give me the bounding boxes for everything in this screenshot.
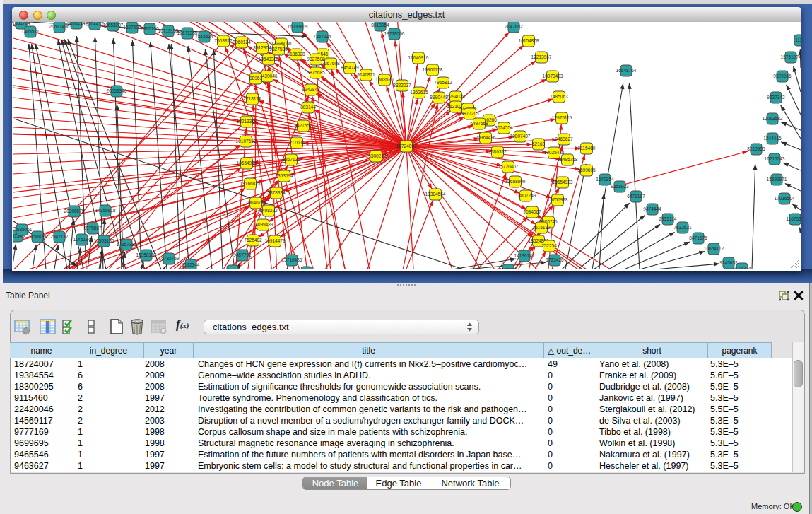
svg-text:1527602: 1527602 — [123, 25, 141, 30]
svg-text:9242848: 9242848 — [302, 87, 320, 92]
svg-text:16495758: 16495758 — [558, 157, 578, 162]
svg-text:12975115: 12975115 — [552, 115, 572, 120]
svg-text:12213967: 12213967 — [531, 54, 552, 59]
svg-text:19654923: 19654923 — [553, 180, 573, 185]
svg-text:7632621: 7632621 — [673, 225, 692, 230]
svg-text:14099489: 14099489 — [253, 222, 273, 227]
svg-text:1640954: 1640954 — [596, 177, 614, 182]
svg-text:10688609: 10688609 — [505, 179, 526, 184]
svg-text:2942737: 2942737 — [50, 234, 69, 239]
svg-text:15300213: 15300213 — [366, 153, 387, 158]
svg-text:10543382: 10543382 — [259, 57, 279, 62]
svg-text:12505135: 12505135 — [94, 238, 114, 243]
svg-text:98961: 98961 — [249, 76, 262, 81]
svg-text:1145194: 1145194 — [73, 237, 91, 242]
svg-text:8990448: 8990448 — [430, 95, 448, 100]
svg-text:19384554: 19384554 — [425, 192, 446, 197]
svg-text:10719155: 10719155 — [158, 28, 179, 33]
svg-text:9877203: 9877203 — [461, 111, 479, 116]
svg-text:7955812: 7955812 — [434, 80, 452, 85]
svg-text:16782759: 16782759 — [159, 256, 180, 261]
svg-text:10807487: 10807487 — [510, 134, 531, 139]
svg-text:18807249: 18807249 — [516, 193, 536, 198]
svg-text:17359918: 17359918 — [95, 208, 116, 213]
svg-text:19218506: 19218506 — [384, 31, 405, 36]
svg-text:3498222: 3498222 — [259, 208, 278, 213]
svg-text:17016504: 17016504 — [775, 196, 795, 201]
svg-text:8960124: 8960124 — [233, 40, 251, 45]
svg-text:7357224: 7357224 — [313, 34, 331, 39]
svg-text:9227342: 9227342 — [767, 95, 785, 100]
svg-text:9457791: 9457791 — [233, 252, 252, 257]
svg-text:3624554: 3624554 — [495, 125, 513, 130]
svg-text:15692971: 15692971 — [767, 177, 787, 182]
svg-text:6794028: 6794028 — [447, 94, 465, 99]
svg-text:1881704: 1881704 — [13, 22, 30, 25]
svg-text:20053346: 20053346 — [107, 88, 127, 93]
svg-text:9329966: 9329966 — [773, 74, 792, 78]
svg-text:16210643: 16210643 — [765, 156, 785, 161]
svg-text:20206575: 20206575 — [64, 209, 85, 214]
svg-text:16640910: 16640910 — [408, 55, 429, 60]
svg-text:803144: 803144 — [300, 105, 316, 110]
svg-text:9463627: 9463627 — [555, 136, 573, 141]
svg-text:16033809: 16033809 — [288, 24, 308, 29]
svg-text:5878334: 5878334 — [267, 190, 286, 195]
svg-text:1244415: 1244415 — [763, 136, 782, 141]
svg-text:9975867: 9975867 — [83, 226, 102, 230]
svg-text:8813054: 8813054 — [371, 23, 389, 28]
svg-text:10653287: 10653287 — [103, 23, 124, 28]
svg-text:10958107: 10958107 — [136, 252, 157, 257]
svg-text:8322037: 8322037 — [393, 83, 411, 88]
svg-text:2718176: 2718176 — [243, 96, 261, 101]
svg-text:252254: 252254 — [541, 243, 557, 248]
svg-text:8186328: 8186328 — [287, 52, 305, 57]
svg-text:9146821: 9146821 — [357, 72, 375, 77]
svg-text:8454749: 8454749 — [341, 65, 359, 70]
svg-text:9174324: 9174324 — [733, 266, 751, 269]
svg-text:8504437: 8504437 — [86, 22, 104, 26]
svg-text:7625402: 7625402 — [244, 238, 262, 243]
svg-text:15720407: 15720407 — [498, 164, 519, 169]
svg-text:16961758: 16961758 — [423, 67, 443, 72]
svg-text:7485063: 7485063 — [550, 94, 568, 99]
svg-text:1156829: 1156829 — [29, 234, 47, 239]
svg-text:7663822: 7663822 — [214, 38, 233, 43]
svg-text:1362615: 1362615 — [410, 90, 428, 95]
svg-text:14535061: 14535061 — [13, 227, 33, 232]
svg-text:2047682: 2047682 — [505, 24, 523, 29]
svg-text:1733426: 1733426 — [546, 257, 564, 262]
svg-text:10025438: 10025438 — [544, 150, 565, 155]
svg-text:9699695: 9699695 — [577, 168, 596, 173]
svg-text:10654112: 10654112 — [704, 246, 724, 251]
svg-text:1112: 1112 — [795, 37, 801, 42]
svg-text:8132991: 8132991 — [499, 267, 517, 269]
svg-text:62160: 62160 — [532, 141, 545, 146]
svg-text:2935114: 2935114 — [659, 216, 677, 221]
svg-text:9115460: 9115460 — [578, 146, 596, 151]
svg-text:12093582: 12093582 — [763, 116, 783, 121]
svg-text:1167533: 1167533 — [787, 216, 801, 221]
svg-text:10973493: 10973493 — [543, 74, 563, 78]
svg-text:19166825: 19166825 — [240, 181, 261, 186]
svg-text:1405571: 1405571 — [21, 29, 40, 34]
svg-text:16914479: 16914479 — [265, 238, 286, 243]
svg-text:8912954: 8912954 — [253, 45, 271, 50]
svg-text:9327509: 9327509 — [269, 47, 288, 52]
svg-text:9084067: 9084067 — [523, 209, 541, 214]
svg-text:10154808: 10154808 — [519, 38, 539, 43]
svg-text:17957285: 17957285 — [117, 242, 137, 247]
svg-text:19654925: 19654925 — [237, 160, 257, 165]
svg-text:18724007: 18724007 — [396, 144, 417, 148]
svg-text:5875685: 5875685 — [307, 70, 325, 75]
svg-text:8215955: 8215955 — [747, 146, 765, 151]
svg-text:16648764: 16648764 — [616, 68, 637, 73]
svg-text:8427552: 8427552 — [294, 123, 312, 128]
svg-text:2367608: 2367608 — [322, 61, 340, 66]
svg-text:9245652: 9245652 — [719, 260, 738, 265]
svg-text:7386322: 7386322 — [488, 149, 507, 154]
svg-text:1192344: 1192344 — [182, 262, 200, 267]
svg-text:7515524: 7515524 — [195, 34, 213, 39]
svg-text:217004: 217004 — [289, 140, 305, 145]
svg-text:12213369: 12213369 — [237, 119, 257, 124]
